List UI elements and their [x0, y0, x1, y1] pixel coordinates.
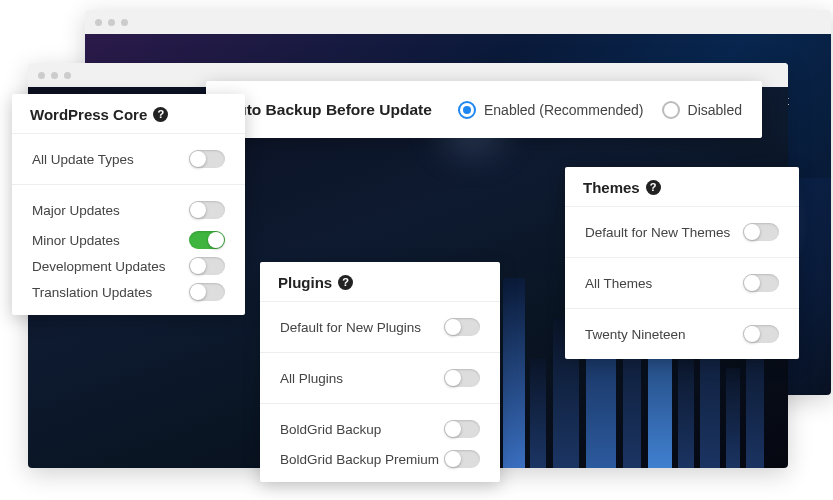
toggle-boldgrid-backup[interactable] — [444, 420, 480, 438]
radio-circle-icon — [458, 101, 476, 119]
toggle-minor-updates[interactable] — [189, 231, 225, 249]
plugin-row-boldgrid-premium: BoldGrid Backup Premium — [260, 446, 500, 482]
row-label: Twenty Nineteen — [585, 327, 686, 342]
row-label: Translation Updates — [32, 285, 152, 300]
titlebar-back — [85, 10, 831, 34]
toggle-all-plugins[interactable] — [444, 369, 480, 387]
help-icon[interactable]: ? — [646, 180, 661, 195]
row-label: BoldGrid Backup Premium — [280, 452, 439, 467]
core-title: WordPress Core — [30, 106, 147, 123]
core-row-trans: Translation Updates — [12, 279, 245, 315]
auto-backup-title: Auto Backup Before Update — [226, 101, 432, 119]
core-row-major: Major Updates — [12, 185, 245, 227]
row-label: Minor Updates — [32, 233, 120, 248]
toggle-all-themes[interactable] — [743, 274, 779, 292]
row-label: All Update Types — [32, 152, 134, 167]
window-dot — [64, 72, 71, 79]
plugins-title: Plugins — [278, 274, 332, 291]
building — [726, 368, 740, 468]
toggle-major-updates[interactable] — [189, 201, 225, 219]
row-label: Default for New Themes — [585, 225, 730, 240]
building — [530, 358, 546, 468]
toggle-all-update-types[interactable] — [189, 150, 225, 168]
themes-panel: Themes ? Default for New Themes All Them… — [565, 167, 799, 359]
plugins-header: Plugins ? — [260, 262, 500, 302]
row-label: Major Updates — [32, 203, 120, 218]
plugin-row-default: Default for New Plugins — [260, 302, 500, 353]
window-dot — [108, 19, 115, 26]
themes-title: Themes — [583, 179, 640, 196]
toggle-translation-updates[interactable] — [189, 283, 225, 301]
radio-label: Enabled (Recommended) — [484, 102, 644, 118]
core-header: WordPress Core ? — [12, 94, 245, 134]
help-icon[interactable]: ? — [338, 275, 353, 290]
core-row-all: All Update Types — [12, 134, 245, 185]
theme-row-twenty-nineteen: Twenty Nineteen — [565, 309, 799, 359]
radio-circle-icon — [662, 101, 680, 119]
theme-row-all: All Themes — [565, 258, 799, 309]
toggle-development-updates[interactable] — [189, 257, 225, 275]
plugins-panel: Plugins ? Default for New Plugins All Pl… — [260, 262, 500, 482]
wordpress-core-panel: WordPress Core ? All Update Types Major … — [12, 94, 245, 315]
theme-row-default: Default for New Themes — [565, 207, 799, 258]
toggle-boldgrid-backup-premium[interactable] — [444, 450, 480, 468]
building — [503, 278, 525, 468]
window-dot — [121, 19, 128, 26]
row-label: BoldGrid Backup — [280, 422, 381, 437]
toggle-twenty-nineteen[interactable] — [743, 325, 779, 343]
window-dot — [95, 19, 102, 26]
plugin-row-boldgrid: BoldGrid Backup — [260, 404, 500, 446]
auto-backup-radio-group: Enabled (Recommended) Disabled — [458, 101, 742, 119]
radio-disabled[interactable]: Disabled — [662, 101, 742, 119]
auto-backup-panel: Auto Backup Before Update Enabled (Recom… — [206, 81, 762, 138]
radio-label: Disabled — [688, 102, 742, 118]
building — [678, 348, 694, 468]
window-dot — [51, 72, 58, 79]
help-icon[interactable]: ? — [153, 107, 168, 122]
row-label: Default for New Plugins — [280, 320, 421, 335]
core-row-dev: Development Updates — [12, 253, 245, 279]
core-row-minor: Minor Updates — [12, 227, 245, 253]
plugin-row-all: All Plugins — [260, 353, 500, 404]
row-label: Development Updates — [32, 259, 166, 274]
toggle-default-new-themes[interactable] — [743, 223, 779, 241]
row-label: All Plugins — [280, 371, 343, 386]
row-label: All Themes — [585, 276, 652, 291]
toggle-default-new-plugins[interactable] — [444, 318, 480, 336]
themes-header: Themes ? — [565, 167, 799, 207]
window-dot — [38, 72, 45, 79]
radio-enabled[interactable]: Enabled (Recommended) — [458, 101, 644, 119]
